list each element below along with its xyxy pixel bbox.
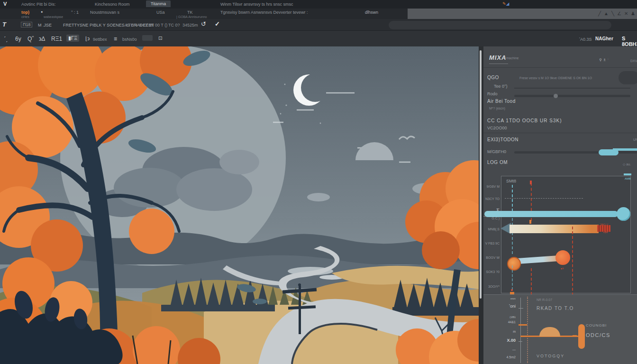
curve-panel-title: SMt8 [506, 179, 516, 183]
options-subtext: wabeastqase [44, 15, 63, 18]
toolbar-frag: 34525m [182, 23, 198, 27]
delete-tool-icon[interactable]: ✕ [624, 11, 631, 16]
red-readout: 38O.1ʼ [600, 223, 609, 226]
stamp-tool-icon[interactable]: ♟ [631, 11, 637, 16]
log-label[interactable]: LOG OM [487, 160, 508, 165]
app-logo: V [3, 1, 7, 7]
crop-icon[interactable]: ʹˏ [4, 36, 8, 42]
tee-label[interactable]: Tee 0°) [494, 84, 508, 89]
rodo-label[interactable]: Rodo [487, 91, 498, 96]
mg-track[interactable] [514, 151, 637, 154]
measure-title: RKAD TO T.O [537, 306, 574, 311]
orange-handle[interactable] [578, 324, 585, 349]
notes-icon[interactable]: ⌊϶ [85, 36, 90, 42]
teal-slider-knob[interactable] [617, 207, 630, 221]
swatch-icon[interactable]: ▮ΓΞ [66, 35, 79, 42]
rodo-knob[interactable] [554, 94, 558, 98]
title-underline [489, 64, 508, 64]
tool-options-highlight [389, 21, 611, 29]
measure-right-big: ODC/CS [586, 332, 610, 338]
line-tool-icon[interactable]: ╱ [598, 11, 604, 16]
vc-label[interactable]: VC2OO00 [487, 126, 507, 130]
measure-right-small: COUNGBI [586, 323, 607, 328]
teal-slider-bar[interactable] [484, 211, 618, 217]
orange-axis-tick [519, 324, 527, 326]
air-note: M*? (escn) [489, 107, 505, 110]
axis-label: MNB(.S [483, 228, 500, 231]
teal-guide-line [512, 265, 513, 290]
measure-label: 44&1 [497, 320, 516, 324]
notes-label[interactable]: 9ettbex [93, 37, 107, 42]
exi-right[interactable]: UN [633, 138, 637, 141]
menu-item[interactable]: Winm Tilsvr ansvrsvy ts hrs snsc smsc [220, 2, 293, 7]
options-frag[interactable]: TK [187, 10, 193, 15]
mode-pill[interactable] [619, 71, 637, 84]
axis-label: 3OO/Y* [483, 285, 500, 288]
qgo-label[interactable]: QGO [487, 75, 499, 80]
size-field[interactable]: П18 [21, 22, 32, 27]
panel-subtitle: machine [506, 56, 519, 60]
slope-tool-icon[interactable]: ╲ [611, 11, 617, 16]
weather-label[interactable]: NAGher [595, 36, 613, 41]
layers-icon[interactable]: ϶Δ [39, 36, 45, 42]
brush-tool-icon[interactable]: 6у [15, 36, 21, 42]
tool-mode-badge[interactable]: top) [21, 10, 29, 15]
options-frag: ° : 1 [71, 10, 79, 15]
options-frag[interactable]: USa [156, 10, 165, 15]
panel-header-icons[interactable]: ⚲ ♗ ˈ [599, 58, 609, 62]
range-knob-left[interactable] [507, 257, 521, 271]
brush-icon[interactable]: ✎◢ [502, 1, 509, 6]
target-icon[interactable]: ⊡ [158, 36, 162, 41]
teal-legend-swatch [624, 173, 631, 175]
axis-label: N3CY TO [483, 197, 500, 200]
balance-label[interactable]: S 8OBH3 [622, 36, 637, 47]
document-tab[interactable]: Titanma [146, 0, 171, 7]
panel-title: MIXA [489, 54, 507, 61]
gradient-ramp[interactable] [510, 225, 599, 233]
divider [483, 67, 637, 68]
angle-tool-icon[interactable]: ∠ [617, 11, 624, 16]
measure-label: (1B1 [497, 316, 516, 318]
tee-track[interactable] [514, 88, 630, 89]
list-icon[interactable]: ≡ [114, 36, 117, 42]
scrollbar[interactable] [480, 50, 482, 299]
axis-tick [519, 341, 522, 342]
toolbar-frag[interactable]: M .JSE [38, 23, 52, 27]
options-frag[interactable]: Noustmsuvan s [90, 10, 119, 15]
mg-label[interactable]: M/GBFH0 [487, 149, 506, 154]
preview-chip[interactable] [142, 35, 153, 41]
knob-annotation: ▾? [561, 267, 564, 270]
pen-tools-icons[interactable]: ╱▲╲∠✕♟ [598, 11, 637, 16]
measure-small-title: NR R-0.07 [537, 298, 552, 301]
log-right[interactable]: ◇ au. [623, 163, 631, 166]
menu-bar: V Aovtinc Pitt bi Dis: Kinchesono Room T… [0, 0, 637, 9]
app-window: V Aovtinc Pitt bi Dis: Kinchesono Room T… [0, 0, 637, 364]
options-subtext: cirtes [21, 15, 29, 18]
axis-label: V FB3 9C [483, 242, 500, 245]
mg-handle[interactable] [599, 149, 619, 155]
confirm-check-icon[interactable]: ✓ [215, 20, 220, 27]
type-tool-icon[interactable]: T [2, 21, 6, 28]
measure-label: ʼoni [497, 304, 516, 309]
eyedropper-icon[interactable]: Q΅ [27, 36, 34, 42]
exi-label[interactable]: EXI3)TODON [487, 137, 519, 142]
canvas-artwork[interactable] [0, 46, 479, 364]
cc-label[interactable]: CC CA 1TDO OOCB UR S3K) [487, 118, 562, 123]
teal-guide-line [512, 218, 513, 254]
options-frag[interactable]: dlhswn [365, 10, 378, 15]
list-label[interactable]: bsNs0o [122, 37, 137, 42]
rodo-track[interactable] [514, 95, 630, 97]
lasso-icon[interactable]: ↺ [201, 20, 206, 27]
range-knob-right[interactable] [555, 250, 570, 265]
red-readout: +84 ʼ [603, 231, 609, 234]
air-label[interactable]: Air Bei Tood [487, 99, 516, 104]
menu-item[interactable]: Kinchesono Room [95, 2, 130, 7]
menu-item[interactable]: Aovtinc Pitt bi Dis: [21, 2, 56, 7]
zoom-level[interactable]: ʼA0.3S [579, 37, 592, 42]
red-tick [530, 181, 532, 184]
anchor-tool-icon[interactable]: ▲ [604, 11, 611, 16]
frame-icon[interactable]: RΞ1 [51, 36, 62, 42]
curve-panel [501, 176, 631, 293]
red-dot [511, 289, 513, 291]
axis-label: 9/G6V M [483, 185, 500, 188]
